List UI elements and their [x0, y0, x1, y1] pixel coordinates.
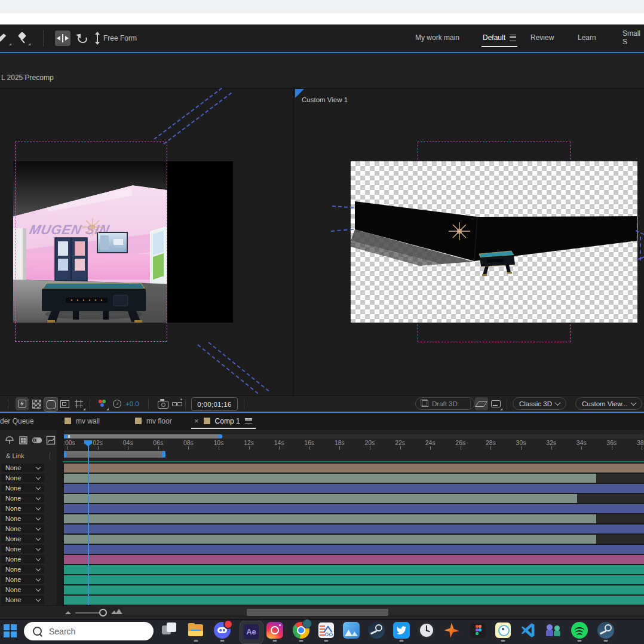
region-of-interest-button[interactable] [58, 397, 71, 410]
rotate-3d-tool-button[interactable] [74, 30, 90, 46]
workspace-tab-learn[interactable]: Learn [578, 24, 596, 51]
transparency-grid-button[interactable] [30, 397, 43, 410]
parent-link-dropdown[interactable]: None [1, 464, 44, 472]
taskbar-icon-spotify[interactable] [571, 622, 588, 639]
tab-render-queue[interactable]: der Queue [0, 413, 34, 429]
zoom-slider-track[interactable] [75, 612, 100, 614]
taskbar-icon-task-view[interactable] [161, 622, 178, 639]
workspace-tab-small-s[interactable]: Small S [622, 24, 644, 51]
search-input[interactable] [48, 626, 140, 637]
layer-selection-outline-bottom[interactable] [418, 324, 571, 342]
layer-duration-bar[interactable] [64, 555, 644, 564]
exposure-reset-button[interactable] [111, 397, 124, 410]
layer-duration-bar[interactable] [64, 535, 596, 544]
taskbar-icon-clock[interactable] [418, 622, 435, 639]
taskbar-icon-snipping-tool[interactable] [318, 622, 335, 639]
layer-duration-bar[interactable] [64, 514, 596, 523]
graph-editor-icon[interactable] [45, 435, 56, 446]
navigator-end-handle[interactable] [218, 434, 222, 438]
tab-comp-1[interactable]: × Comp 1 [194, 413, 252, 429]
workspace-tab-my-work-main[interactable]: My work main [415, 24, 459, 51]
taskbar-icon-chrome[interactable] [293, 622, 309, 639]
layer-duration-bar[interactable] [64, 494, 577, 503]
parent-link-dropdown[interactable]: None [1, 535, 44, 543]
brush-tool-button[interactable] [0, 30, 12, 46]
workspace-tab-review[interactable]: Review [530, 24, 554, 51]
mask-visibility-button[interactable] [44, 397, 58, 412]
taskbar-icon-instagram[interactable] [266, 622, 283, 639]
zoom-out-icon[interactable] [65, 611, 71, 614]
timeline-navigator-bar[interactable] [63, 434, 222, 438]
layer-duration-bar[interactable] [64, 484, 644, 493]
fast-previews-button[interactable] [16, 397, 29, 410]
horizontal-scrollbar-track[interactable] [122, 607, 644, 615]
channels-button[interactable] [96, 397, 109, 410]
move-3d-tool-button[interactable] [55, 30, 70, 46]
motion-blur-icon[interactable] [32, 435, 42, 446]
taskbar-icon-after-effects[interactable]: Ae [240, 621, 263, 644]
layer-duration-bar[interactable] [64, 525, 644, 533]
exposure-value[interactable]: +0.0 [125, 400, 139, 407]
parent-link-dropdown[interactable]: None [1, 555, 44, 563]
custom-view-canvas[interactable]: Custom View 1 [294, 89, 644, 395]
layer-duration-bar[interactable] [64, 585, 644, 594]
current-time-display[interactable]: 0;00;01;16 [191, 397, 238, 411]
taskbar-search[interactable] [24, 622, 154, 640]
work-area-bar[interactable] [63, 451, 165, 458]
taskbar-icon-photos[interactable] [343, 622, 360, 639]
layer-duration-bar[interactable] [64, 464, 644, 473]
3d-transform-gizmo[interactable] [447, 219, 471, 243]
parent-link-dropdown[interactable]: None [1, 474, 44, 482]
tab-mv-floor[interactable]: mv floor [135, 413, 172, 429]
start-button[interactable] [4, 622, 20, 639]
parent-link-dropdown[interactable]: None [1, 575, 44, 584]
parent-link-dropdown[interactable]: None [1, 484, 44, 492]
layer-duration-bar[interactable] [64, 575, 644, 584]
workspace-tab-default[interactable]: Default [483, 24, 516, 51]
playhead-line[interactable] [88, 443, 89, 605]
layer-duration-bar[interactable] [64, 474, 596, 483]
taskbar-icon-teams[interactable] [545, 622, 562, 639]
parent-link-dropdown[interactable]: None [1, 545, 44, 553]
playhead-handle[interactable] [84, 440, 92, 446]
shy-icon[interactable] [4, 435, 15, 446]
pin-tool-button[interactable] [16, 30, 31, 46]
layer-duration-bar[interactable] [64, 596, 644, 605]
tab-mv-wall[interactable]: mv wall [65, 413, 100, 429]
zoom-slider-knob[interactable] [99, 609, 107, 617]
stereo-3d-button[interactable] [170, 397, 183, 410]
taskbar-icon-qq[interactable] [495, 622, 511, 639]
layer-duration-bar[interactable] [64, 565, 644, 574]
parent-link-dropdown[interactable]: None [1, 494, 44, 502]
extended-viewer-button[interactable] [489, 397, 502, 410]
taskbar-icon-vscode[interactable] [520, 622, 536, 639]
work-area-end-handle[interactable] [162, 451, 165, 458]
column-divider[interactable] [50, 452, 50, 459]
snapshot-button[interactable] [156, 397, 169, 410]
panel-menu-icon[interactable] [245, 418, 252, 424]
taskbar-icon-steam[interactable] [368, 622, 385, 639]
taskbar-icon-discord[interactable] [214, 622, 231, 639]
taskbar-icon-file-explorer[interactable] [188, 622, 204, 639]
parent-link-dropdown[interactable]: None [1, 514, 44, 523]
horizontal-scrollbar-thumb[interactable] [247, 609, 388, 616]
ground-plane-button[interactable] [475, 397, 488, 410]
workspace-menu-icon[interactable] [510, 35, 516, 41]
layer-selection-outline-top[interactable] [418, 142, 571, 160]
renderer-dropdown[interactable]: Classic 3D [513, 397, 566, 410]
draft-3d-button[interactable]: Draft 3D [415, 397, 475, 410]
left-view-canvas[interactable]: MUGEN SIN [0, 89, 293, 395]
3d-transform-gizmo[interactable] [81, 215, 105, 239]
view-layout-dropdown[interactable]: Custom View... [575, 397, 642, 410]
taskbar-icon-steam-alt[interactable] [597, 622, 614, 639]
taskbar-icon-twitter[interactable] [393, 622, 410, 639]
grid-guides-button[interactable] [72, 397, 85, 410]
parent-link-dropdown[interactable]: None [1, 596, 44, 604]
frame-blending-icon[interactable] [18, 435, 29, 446]
close-icon[interactable]: × [194, 416, 199, 425]
taskbar-icon-figma[interactable] [470, 622, 486, 639]
parent-link-dropdown[interactable]: None [1, 504, 44, 513]
parent-link-dropdown[interactable]: None [1, 585, 44, 594]
layer-selection-outline[interactable] [15, 142, 167, 342]
parent-link-dropdown[interactable]: None [1, 565, 44, 574]
